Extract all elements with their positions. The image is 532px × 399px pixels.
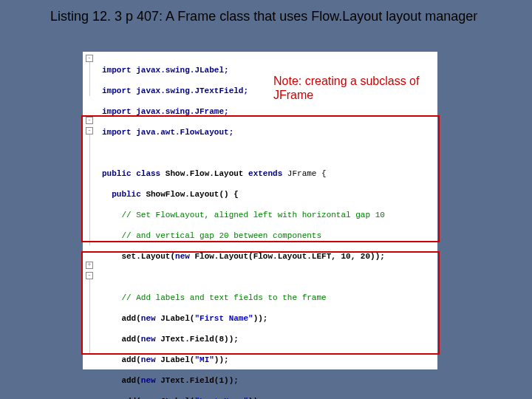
highlight-box	[81, 251, 440, 355]
code-line: add(new JLabel("MI"));	[102, 355, 395, 365]
code-line: add(new JLabel("Last Name"));	[102, 396, 395, 399]
gutter-line	[89, 62, 90, 96]
annotation-note: Note: creating a subclass of JFrame	[273, 74, 419, 102]
code-line: add(new JText.Field(1));	[102, 375, 395, 386]
slide-title: Listing 12. 3 p 407: A Frame class that …	[50, 9, 477, 24]
highlight-box	[81, 115, 440, 242]
note-line: Note: creating a subclass of	[273, 74, 419, 88]
fold-icon: -	[86, 55, 93, 62]
note-line: JFrame	[273, 88, 419, 102]
slide: Listing 12. 3 p 407: A Frame class that …	[0, 0, 532, 399]
